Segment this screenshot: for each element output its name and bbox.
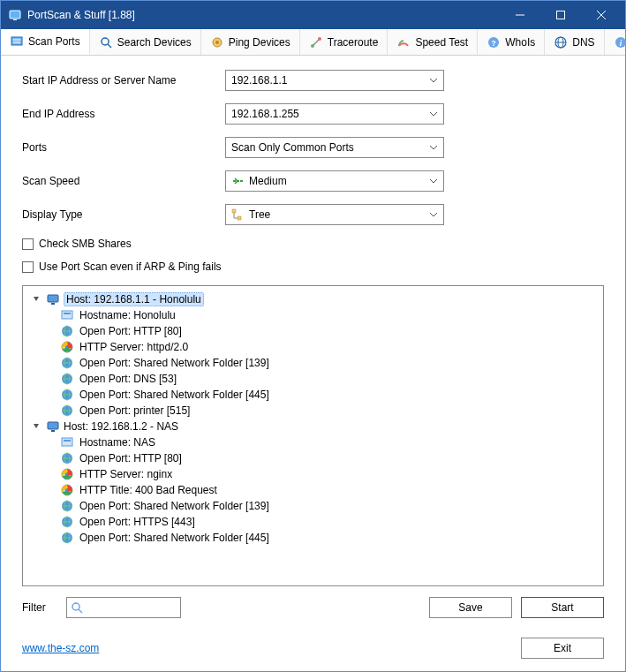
tab-content: Start IP Address or Server Name 192.168.… xyxy=(1,56,625,627)
smb-checkbox[interactable] xyxy=(22,238,34,250)
website-link[interactable]: www.the-sz.com xyxy=(22,642,99,654)
display-select[interactable]: Tree xyxy=(225,204,444,225)
end-ip-input[interactable]: 192.168.1.255 xyxy=(225,103,444,125)
tree-item-label: Open Port: DNS [53] xyxy=(79,373,177,385)
exit-button[interactable]: Exit xyxy=(521,638,604,659)
footer: www.the-sz.com Exit xyxy=(1,627,625,671)
tree-item[interactable]: Open Port: HTTPS [443] xyxy=(60,514,600,530)
tab-traceroute[interactable]: Traceroute xyxy=(300,29,388,55)
chevron-down-icon xyxy=(429,178,438,184)
start-button[interactable]: Start xyxy=(521,597,604,618)
save-button[interactable]: Save xyxy=(429,597,512,618)
tab-label: WhoIs xyxy=(505,36,535,49)
tree-item[interactable]: Open Port: Shared Network Folder [445] xyxy=(60,387,600,403)
speed-medium-icon xyxy=(231,175,244,187)
bottom-bar: Filter Save Start xyxy=(22,597,604,618)
tab-label: DNS xyxy=(572,36,594,49)
tree-item[interactable]: Open Port: HTTP [80] xyxy=(60,323,600,339)
tab-label: Traceroute xyxy=(328,36,379,49)
results-tree[interactable]: Host: 192.168.1.1 - Honolulu Hostname: H… xyxy=(22,285,604,586)
display-label: Display Type xyxy=(22,208,225,221)
tab-search-devices[interactable]: Search Devices xyxy=(90,29,201,55)
tree-item-label: Open Port: Shared Network Folder [445] xyxy=(79,389,269,401)
collapse-icon[interactable] xyxy=(30,294,42,305)
tab-scan-ports[interactable]: Scan Ports xyxy=(1,29,90,55)
hostname-icon xyxy=(60,435,74,449)
svg-rect-46 xyxy=(48,422,58,429)
tree-item-label: Open Port: HTTP [80] xyxy=(79,325,182,337)
speed-select[interactable]: Medium xyxy=(225,170,444,192)
globe-icon xyxy=(60,324,74,338)
svg-rect-49 xyxy=(64,440,71,442)
tab-bar: Scan Ports Search Devices Ping Devices T… xyxy=(1,29,625,56)
svg-line-10 xyxy=(108,44,111,48)
tree-item[interactable]: Open Port: printer [515] xyxy=(60,403,600,419)
scan-icon xyxy=(10,34,24,49)
minimize-button[interactable] xyxy=(500,1,540,29)
svg-line-15 xyxy=(313,40,319,45)
svg-rect-27 xyxy=(62,311,72,319)
button-label: Exit xyxy=(554,642,571,654)
browser-icon xyxy=(60,340,74,354)
titlebar: PortScan & Stuff [1.88] xyxy=(1,1,625,29)
ports-label: Ports xyxy=(22,141,225,154)
tree-item-label: Open Port: printer [515] xyxy=(79,404,190,417)
tree-item-label: Open Port: Shared Network Folder [445] xyxy=(79,532,269,544)
tree-item-label: Open Port: HTTPS [443] xyxy=(79,516,195,528)
globe-icon xyxy=(60,388,74,402)
chevron-down-icon xyxy=(429,78,438,83)
tab-label: Search Devices xyxy=(117,36,192,49)
tree-item[interactable]: HTTP Server: nginx xyxy=(60,466,600,482)
tree-item[interactable]: Open Port: Shared Network Folder [445] xyxy=(60,530,600,546)
input-value: 192.168.1.1 xyxy=(231,74,287,87)
svg-rect-25 xyxy=(48,295,58,302)
chevron-down-icon xyxy=(429,145,438,150)
collapse-icon[interactable] xyxy=(30,421,42,432)
tab-ping-devices[interactable]: Ping Devices xyxy=(201,29,300,55)
tree-item[interactable]: Hostname: Honolulu xyxy=(60,307,600,323)
svg-rect-47 xyxy=(51,430,55,432)
filter-input[interactable] xyxy=(66,597,181,618)
arp-checkbox-label: Use Port Scan even if ARP & Ping fails xyxy=(39,260,222,273)
speed-label: Scan Speed xyxy=(22,175,225,187)
tab-about[interactable]: i About xyxy=(605,29,626,55)
tree-item-label: HTTP Server: nginx xyxy=(79,468,172,480)
start-ip-input[interactable]: 192.168.1.1 xyxy=(225,70,444,91)
svg-text:?: ? xyxy=(491,39,496,48)
info-icon: i xyxy=(614,35,626,49)
tree-host-node[interactable]: Host: 192.168.1.1 - Honolulu xyxy=(26,291,600,307)
tree-item[interactable]: HTTP Server: httpd/2.0 xyxy=(60,339,600,355)
tree-host-node[interactable]: Host: 192.168.1.2 - NAS xyxy=(26,419,600,434)
tree-item[interactable]: Open Port: Shared Network Folder [139] xyxy=(60,498,600,514)
tree-children: Hostname: NAS Open Port: HTTP [80] HTTP … xyxy=(60,434,600,546)
tab-dns[interactable]: DNS xyxy=(545,29,604,55)
close-button[interactable] xyxy=(581,1,622,29)
tab-whois[interactable]: ? WhoIs xyxy=(478,29,545,55)
tree-icon xyxy=(231,208,244,221)
maximize-button[interactable] xyxy=(540,1,581,29)
tree-item[interactable]: Open Port: Shared Network Folder [139] xyxy=(60,355,600,371)
tree-item[interactable]: Open Port: DNS [53] xyxy=(60,371,600,387)
arp-checkbox[interactable] xyxy=(22,261,34,273)
tree-item[interactable]: Open Port: HTTP [80] xyxy=(60,450,600,466)
tree-item[interactable]: Hostname: NAS xyxy=(60,434,600,450)
speed-icon xyxy=(396,35,411,49)
globe-icon xyxy=(60,515,74,529)
tree-node-label: Host: 192.168.1.2 - NAS xyxy=(64,420,178,433)
ping-icon xyxy=(210,35,224,49)
tab-label: Ping Devices xyxy=(229,36,290,49)
svg-rect-23 xyxy=(232,209,236,213)
globe-icon xyxy=(60,404,74,418)
svg-rect-1 xyxy=(13,19,17,20)
tab-label: Scan Ports xyxy=(28,35,80,48)
search-devices-icon xyxy=(99,35,113,49)
select-value: Scan Only Common Ports xyxy=(231,141,354,154)
hostname-icon xyxy=(60,308,74,322)
select-value: Medium xyxy=(249,175,287,187)
tab-speed-test[interactable]: Speed Test xyxy=(388,29,478,55)
tree-item[interactable]: HTTP Title: 400 Bad Request xyxy=(60,482,600,498)
svg-point-12 xyxy=(215,41,219,44)
ports-select[interactable]: Scan Only Common Ports xyxy=(225,137,444,158)
globe-icon xyxy=(60,531,74,545)
browser-icon xyxy=(60,483,74,497)
